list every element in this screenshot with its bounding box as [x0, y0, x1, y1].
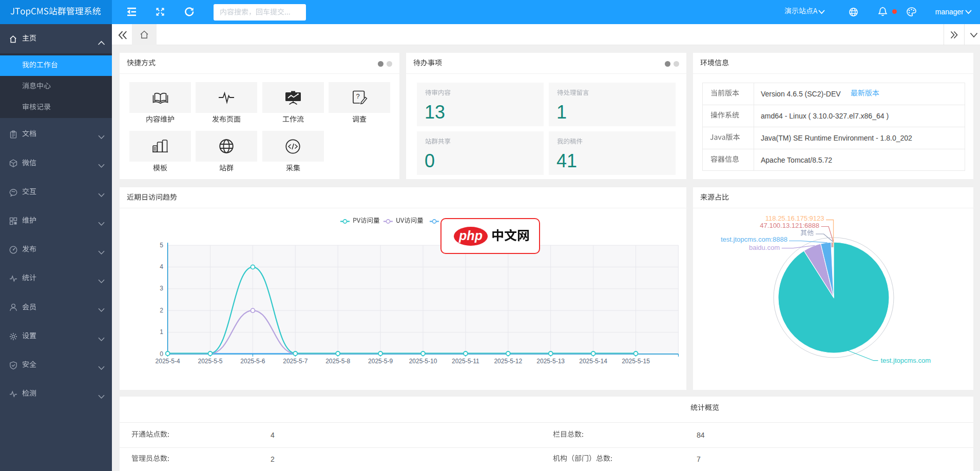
- svg-text:?: ?: [356, 92, 359, 100]
